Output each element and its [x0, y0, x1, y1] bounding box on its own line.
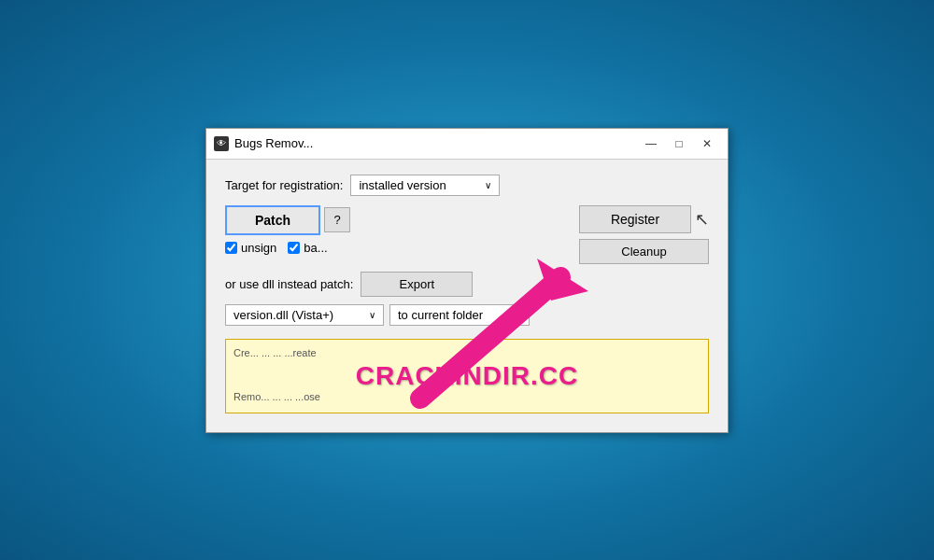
target-row: Target for registration: installed versi… — [225, 175, 709, 196]
folder-dropdown-arrow: ∨ — [515, 310, 521, 320]
backup-label: ba... — [304, 241, 327, 255]
dll-dropdown-arrow: ∨ — [369, 310, 375, 320]
cleanup-button[interactable]: Cleanup — [579, 239, 709, 264]
title-bar: 👁 Bugs Remov... — □ ✕ — [206, 129, 728, 160]
log-panel: Cre... ... ... ...reate CRACKINDIR.CC Re… — [225, 339, 709, 413]
log-line-2: Remo... ... ... ...ose — [234, 389, 700, 406]
log-line-1: Cre... ... ... ...reate — [234, 345, 700, 362]
backup-checkbox[interactable] — [288, 242, 300, 254]
folder-dropdown[interactable]: to current folder ∨ — [389, 304, 530, 326]
target-dropdown[interactable]: installed version ∨ — [350, 175, 500, 196]
application-window: 👁 Bugs Remov... — □ ✕ Target for registr… — [205, 128, 729, 433]
dll-label: or use dll instead patch: — [225, 277, 353, 291]
folder-dropdown-value: to current folder — [398, 308, 483, 322]
close-button[interactable]: ✕ — [694, 134, 720, 153]
target-dropdown-arrow: ∨ — [485, 180, 491, 190]
dll-dropdown[interactable]: version.dll (Vista+) ∨ — [225, 304, 384, 326]
unsign-checkbox-label[interactable]: unsign — [225, 241, 276, 255]
cursor-register: ↖ — [695, 209, 709, 230]
checkbox-row: unsign ba... — [225, 241, 350, 255]
dll-dropdown-value: version.dll (Vista+) — [234, 308, 333, 322]
backup-checkbox-label[interactable]: ba... — [288, 241, 327, 255]
target-dropdown-value: installed version — [359, 178, 446, 192]
target-label: Target for registration: — [225, 178, 343, 192]
right-buttons: Register ↖ Cleanup — [579, 205, 709, 264]
register-button[interactable]: Register — [579, 205, 691, 233]
title-bar-left: 👁 Bugs Remov... — [214, 136, 313, 151]
watermark: CRACKINDIR.CC — [356, 361, 579, 391]
unsign-checkbox[interactable] — [225, 242, 237, 254]
title-controls: — □ ✕ — [638, 134, 720, 153]
maximize-button[interactable]: □ — [666, 134, 692, 153]
export-button[interactable]: Export — [361, 272, 473, 297]
window-content: Target for registration: installed versi… — [206, 160, 728, 432]
help-button[interactable]: ? — [324, 207, 350, 232]
app-icon: 👁 — [214, 136, 229, 151]
unsign-label: unsign — [241, 241, 276, 255]
window-wrapper: 👁 Bugs Remov... — □ ✕ Target for registr… — [205, 128, 729, 433]
patch-button[interactable]: Patch — [225, 205, 320, 235]
desktop: 👁 Bugs Remov... — □ ✕ Target for registr… — [0, 0, 934, 560]
window-title: Bugs Remov... — [234, 136, 313, 150]
minimize-button[interactable]: — — [638, 134, 664, 153]
